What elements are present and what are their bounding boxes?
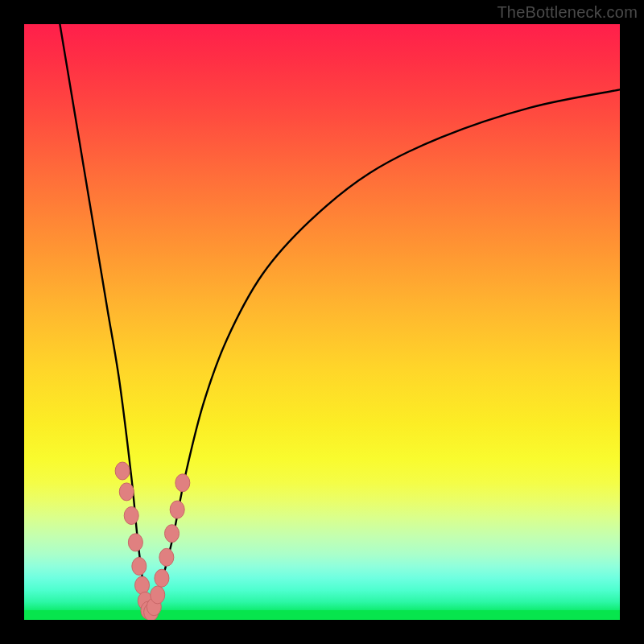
marker-point — [159, 548, 174, 566]
marker-point — [124, 507, 138, 525]
bottleneck-curve — [60, 24, 620, 615]
marker-point — [132, 557, 147, 575]
marker-point — [165, 525, 180, 543]
chart-frame: TheBottleneck.com — [0, 0, 644, 644]
marker-point — [119, 483, 134, 501]
marker-point — [155, 569, 169, 587]
watermark-text: TheBottleneck.com — [497, 3, 638, 22]
marker-point — [151, 586, 165, 604]
marker-point — [170, 501, 184, 518]
marker-point — [175, 474, 190, 492]
marker-point — [115, 462, 130, 480]
plot-area — [24, 24, 620, 620]
highlighted-points — [115, 462, 190, 620]
marker-point — [135, 576, 150, 594]
marker-point — [128, 534, 142, 551]
chart-svg — [24, 24, 620, 620]
